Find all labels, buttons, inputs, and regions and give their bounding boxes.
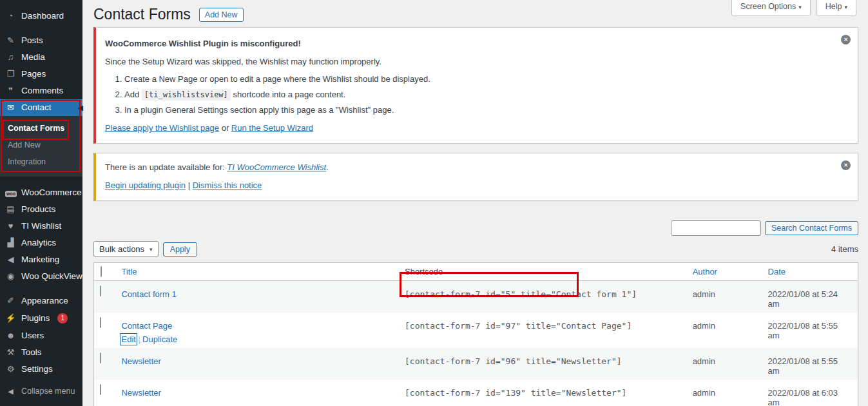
table-row: Newsletter [contact-form-7 id="96" title… bbox=[94, 348, 858, 380]
sidebar-item-appearance[interactable]: ✐ Appearance bbox=[0, 293, 82, 309]
select-row-checkbox[interactable] bbox=[100, 285, 101, 296]
sidebar-item-settings[interactable]: ⚙ Settings bbox=[0, 361, 82, 378]
sidebar-item-marketing[interactable]: ◀ Marketing bbox=[0, 251, 82, 268]
search-contact-forms-button[interactable]: Search Contact Forms bbox=[765, 221, 858, 235]
form-author: admin bbox=[686, 281, 762, 313]
help-label: Help bbox=[825, 2, 842, 11]
wishlist-misconfigured-notice: ✕ WooCommerce Wishlist Plugin is misconf… bbox=[93, 27, 858, 144]
plugins-update-badge: 1 bbox=[57, 313, 68, 324]
form-title-link[interactable]: Newsletter bbox=[121, 356, 160, 366]
tools-icon: ⚒ bbox=[5, 348, 16, 357]
form-shortcode: [contact-form-7 id="96" title="Newslette… bbox=[398, 348, 686, 380]
help-button[interactable]: Help▾ bbox=[816, 0, 856, 16]
search-input[interactable] bbox=[671, 220, 761, 236]
notice-steps: Create a New Page or open to edit a page… bbox=[114, 74, 832, 115]
magnifier-eye-icon: ◉ bbox=[5, 272, 16, 281]
sidebar-item-add-new[interactable]: Add New bbox=[0, 137, 82, 153]
sidebar-item-label: Plugins bbox=[21, 314, 50, 323]
sidebar-item-label: TI Wishlist bbox=[21, 222, 61, 231]
dismiss-this-notice-link[interactable]: Dismiss this notice bbox=[193, 180, 262, 190]
apply-wishlist-page-link[interactable]: Please apply the Wishlist page bbox=[105, 123, 219, 133]
sidebar-item-dashboard[interactable]: ◔ Dashboard bbox=[0, 8, 82, 24]
form-title-link[interactable]: Newsletter bbox=[121, 388, 160, 398]
sidebar-item-analytics[interactable]: ▟ Analytics bbox=[0, 235, 82, 251]
top-toolbar: Bulk actions ▾ Apply 4 items bbox=[82, 236, 868, 262]
sidebar-item-products[interactable]: ▤ Products bbox=[0, 201, 82, 218]
items-count: 4 items bbox=[831, 244, 858, 254]
select-row-checkbox[interactable] bbox=[100, 384, 101, 395]
sidebar-item-label: Users bbox=[21, 331, 44, 340]
column-header-title[interactable]: Title bbox=[115, 263, 398, 281]
sidebar-item-contact-forms[interactable]: Contact Forms bbox=[0, 120, 82, 137]
form-author: admin bbox=[686, 348, 762, 380]
table-row: Contact Page Edit | Duplicate [contact-f… bbox=[94, 313, 858, 348]
sidebar-item-comments[interactable]: ❞ Comments bbox=[0, 82, 82, 99]
plugin-icon: ⚡ bbox=[5, 314, 16, 323]
duplicate-link[interactable]: Duplicate bbox=[142, 334, 177, 344]
sidebar-item-label: Posts bbox=[21, 36, 43, 45]
dismiss-notice-icon[interactable]: ✕ bbox=[841, 160, 851, 170]
sidebar-item-woo-quickview[interactable]: ◉ Woo QuickView bbox=[0, 268, 82, 285]
sidebar-item-users[interactable]: ☻ Users bbox=[0, 327, 82, 344]
add-new-button[interactable]: Add New bbox=[199, 8, 244, 22]
form-date: 2022/01/08 at 5:55 am bbox=[762, 313, 858, 348]
chevron-down-icon: ▾ bbox=[798, 4, 802, 10]
run-setup-wizard-link[interactable]: Run the Setup Wizard bbox=[231, 123, 313, 133]
heart-icon: ♥ bbox=[5, 222, 16, 231]
admin-sidebar: ◔ Dashboard ✎ Posts ♫ Media ❐ Pages ❞ Co… bbox=[0, 0, 82, 406]
sidebar-item-tools[interactable]: ⚒ Tools bbox=[0, 344, 82, 361]
sidebar-item-label: Settings bbox=[21, 365, 53, 374]
column-header-date[interactable]: Date bbox=[762, 263, 858, 281]
form-date: 2022/01/08 at 5:24 am bbox=[762, 281, 858, 313]
notice-title: WooCommerce Wishlist Plugin is misconfig… bbox=[105, 38, 832, 49]
update-available-notice: ✕ There is an update available for: TI W… bbox=[93, 153, 858, 201]
select-all-checkbox[interactable] bbox=[101, 266, 102, 277]
sidebar-item-pages[interactable]: ❐ Pages bbox=[0, 66, 82, 82]
screen-options-label: Screen Options bbox=[740, 2, 796, 11]
ti-wishlist-plugin-link[interactable]: TI WooCommerce Wishlist bbox=[227, 162, 326, 172]
notice-links: Please apply the Wishlist page or Run th… bbox=[105, 122, 832, 133]
begin-updating-plugin-link[interactable]: Begin updating plugin bbox=[105, 180, 186, 190]
sidebar-item-label: Pages bbox=[21, 70, 46, 79]
sidebar-item-label: Marketing bbox=[21, 255, 59, 264]
screen-options-button[interactable]: Screen Options▾ bbox=[731, 0, 811, 16]
collapse-menu-button[interactable]: ◀ Collapse menu bbox=[0, 383, 82, 400]
table-header-row: Title Shortcode Author Date bbox=[94, 263, 858, 281]
notice-step: Add [ti_wishlistsview] shortcode into a … bbox=[124, 90, 832, 100]
brush-icon: ✐ bbox=[5, 296, 16, 305]
form-author: admin bbox=[686, 313, 762, 348]
form-title-link[interactable]: Contact form 1 bbox=[121, 289, 176, 299]
form-shortcode: [contact-form-7 id="139" title="Newslett… bbox=[398, 380, 686, 406]
sidebar-item-media[interactable]: ♫ Media bbox=[0, 49, 82, 66]
form-date: 2022/01/08 at 5:55 am bbox=[762, 348, 858, 380]
bulk-actions-select[interactable]: Bulk actions ▾ bbox=[93, 241, 159, 257]
sidebar-item-label: Media bbox=[21, 53, 45, 62]
sidebar-item-integration[interactable]: Integration bbox=[0, 153, 82, 170]
settings-icon: ⚙ bbox=[5, 365, 16, 374]
select-row-checkbox[interactable] bbox=[100, 317, 101, 328]
edit-link[interactable]: Edit bbox=[121, 334, 135, 344]
select-row-checkbox[interactable] bbox=[100, 353, 101, 363]
dismiss-notice-icon[interactable]: ✕ bbox=[841, 35, 851, 44]
shortcode-snippet: [ti_wishlistsview] bbox=[142, 89, 231, 101]
submenu-arrow-icon: ◀ bbox=[78, 104, 83, 111]
column-header-author[interactable]: Author bbox=[686, 263, 762, 281]
dashboard-icon: ◔ bbox=[5, 12, 16, 21]
table-row: Contact form 1 [contact-form-7 id="5" ti… bbox=[94, 281, 858, 313]
woocommerce-icon: woo bbox=[5, 188, 16, 197]
sidebar-item-ti-wishlist[interactable]: ♥ TI Wishlist bbox=[0, 218, 82, 235]
sidebar-item-posts[interactable]: ✎ Posts bbox=[0, 32, 82, 49]
notice-text: Since the Setup Wizard was skipped, the … bbox=[105, 56, 832, 67]
sidebar-item-woocommerce[interactable]: woo WooCommerce bbox=[0, 184, 82, 201]
sidebar-item-label: Appearance bbox=[21, 296, 68, 305]
posts-icon: ✎ bbox=[5, 36, 16, 45]
form-shortcode: [contact-form-7 id="5" title="Contact fo… bbox=[398, 281, 686, 313]
form-title-link[interactable]: Contact Page bbox=[121, 321, 172, 331]
sidebar-item-contact[interactable]: ✉ Contact ◀ bbox=[0, 99, 82, 116]
screen-meta-links: Screen Options▾ Help▾ bbox=[731, 0, 856, 16]
sidebar-item-plugins[interactable]: ⚡ Plugins 1 bbox=[0, 309, 82, 327]
apply-button[interactable]: Apply bbox=[163, 242, 197, 256]
user-icon: ☻ bbox=[5, 331, 16, 340]
table-row: Newsletter [contact-form-7 id="139" titl… bbox=[94, 380, 858, 406]
envelope-icon: ✉ bbox=[5, 103, 16, 112]
